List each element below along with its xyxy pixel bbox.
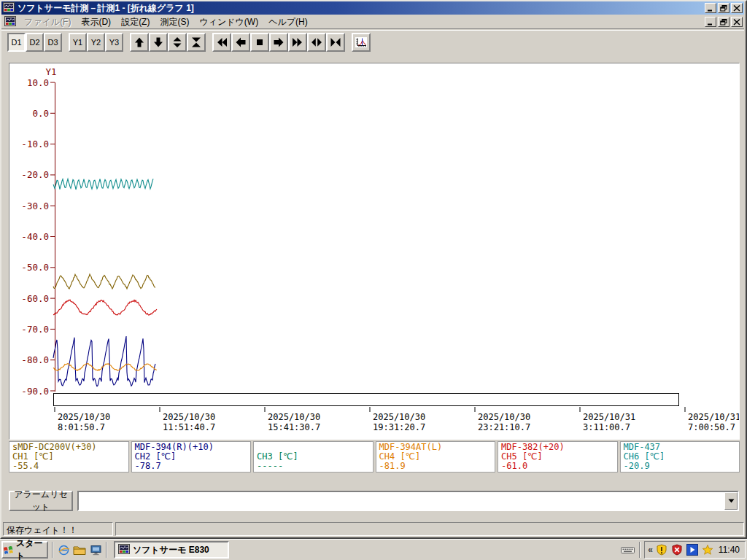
svg-text:7:00:50.7: 7:00:50.7 [688, 422, 735, 432]
menu-item-4[interactable]: ウィンドウ(W) [194, 15, 263, 30]
quick-launch [57, 543, 102, 556]
view-button-D2[interactable]: D2 [26, 33, 44, 52]
system-tray: « 11:40 [644, 541, 746, 559]
svg-text:19:31:20.7: 19:31:20.7 [373, 422, 425, 432]
legend-cell-CH4: MDF-394AT(L)CH4 [℃]-81.9 [376, 441, 496, 472]
folder-icon[interactable] [73, 543, 86, 556]
svg-text:11:51:40.7: 11:51:40.7 [163, 422, 215, 432]
legend-cell-CH3: CH3 [℃]----- [253, 441, 374, 472]
svg-text:2025/10/30: 2025/10/30 [268, 412, 320, 422]
svg-text:-10.0: -10.0 [21, 139, 49, 149]
app-window: ソフトサーモ計測－計測1 - [折れ線グラフ 1] ファイル(F)表示(D)設定… [0, 0, 747, 539]
graph-icon[interactable] [352, 33, 371, 52]
star-icon[interactable] [701, 543, 714, 556]
step-back-icon[interactable] [231, 33, 250, 52]
child-minimize-button[interactable] [705, 17, 716, 27]
window-title: ソフトサーモ計測－計測1 - [折れ線グラフ 1] [18, 2, 194, 15]
axis-button-Y2[interactable]: Y2 [87, 33, 105, 52]
svg-text:-70.0: -70.0 [21, 324, 49, 335]
warning-shield-icon[interactable] [655, 543, 668, 556]
scroll-up-icon[interactable] [130, 33, 149, 52]
svg-text:-50.0: -50.0 [21, 262, 49, 273]
y-axis-title: Y1 [45, 66, 56, 77]
chevron-down-icon [728, 499, 735, 503]
tray-collapse-chevron[interactable]: « [648, 545, 653, 555]
menu-item-2[interactable]: 設定(Z) [116, 15, 155, 30]
svg-text:2025/10/30: 2025/10/30 [478, 412, 530, 422]
time-range-box [54, 394, 679, 406]
window-close-button[interactable] [731, 3, 743, 13]
media-play-icon[interactable] [686, 543, 699, 556]
svg-text:2025/10/30: 2025/10/30 [58, 412, 110, 422]
stop-icon[interactable] [250, 33, 269, 52]
child-window-icon[interactable] [4, 16, 16, 28]
legend-cell-CH1: sMDF-DC200V(+30)CH1 [℃]-55.4 [9, 441, 129, 472]
chart-panel: Y110.00.0-10.0-20.0-30.0-40.0-50.0-60.0-… [9, 63, 740, 440]
window-minimize-button[interactable] [705, 3, 716, 13]
legend-cell-CH5: MDF-382(+20)CH5 [℃]-61.0 [498, 441, 618, 472]
menu-item-1[interactable]: 表示(D) [76, 15, 116, 30]
taskbar: スタート ソフトサーモ E830 « 11:40 [0, 539, 747, 560]
alarm-reset-button[interactable]: アラームリセット [9, 491, 73, 511]
svg-text:0.0: 0.0 [32, 108, 49, 119]
svg-text:-90.0: -90.0 [21, 386, 49, 397]
expand-vertical-icon[interactable] [168, 33, 187, 52]
alarm-combobox[interactable] [77, 491, 739, 511]
taskbar-clock: 11:40 [716, 545, 742, 555]
svg-text:8:01:50.7: 8:01:50.7 [58, 422, 105, 432]
start-button-label: スタート [16, 537, 47, 560]
status-bar: 保存ウェイト！！ [1, 521, 746, 537]
menu-item-0[interactable]: ファイル(F) [19, 15, 76, 30]
taskbar-separator [639, 542, 640, 558]
child-close-button[interactable] [731, 17, 743, 27]
ie-icon[interactable] [57, 543, 70, 556]
menu-item-3[interactable]: 測定(S) [155, 15, 194, 30]
svg-text:-30.0: -30.0 [21, 201, 49, 211]
line-chart: Y110.00.0-10.0-20.0-30.0-40.0-50.0-60.0-… [9, 63, 739, 439]
taskbar-separator [52, 542, 53, 558]
app-icon [3, 2, 15, 15]
fast-forward-icon[interactable] [288, 33, 307, 52]
legend-cell-CH6: MDF-437CH6 [℃]-20.9 [620, 441, 740, 472]
view-button-D3[interactable]: D3 [44, 33, 62, 52]
step-forward-icon[interactable] [269, 33, 288, 52]
view-button-D1[interactable]: D1 [7, 33, 26, 52]
svg-text:2025/10/31: 2025/10/31 [688, 412, 739, 422]
series-CH2 [53, 336, 155, 386]
status-message: 保存ウェイト！！ [3, 522, 113, 536]
series-CH5 [53, 300, 157, 315]
svg-text:-40.0: -40.0 [21, 231, 49, 242]
scroll-down-icon[interactable] [149, 33, 168, 52]
svg-text:3:11:00.7: 3:11:00.7 [583, 422, 630, 432]
menu-item-5[interactable]: ヘルプ(H) [263, 15, 313, 30]
svg-text:23:21:10.7: 23:21:10.7 [478, 422, 530, 432]
app-icon [118, 544, 130, 556]
compress-horizontal-icon[interactable] [326, 33, 345, 52]
combobox-dropdown-button[interactable] [724, 492, 738, 510]
svg-text:15:41:30.7: 15:41:30.7 [268, 422, 320, 432]
task-button-label: ソフトサーモ E830 [133, 544, 209, 556]
axis-button-Y3[interactable]: Y3 [105, 33, 123, 52]
series-CH1 [53, 274, 155, 289]
expand-horizontal-icon[interactable] [307, 33, 326, 52]
child-restore-button[interactable] [718, 17, 729, 27]
axis-button-Y1[interactable]: Y1 [69, 33, 87, 52]
keyboard-icon[interactable] [621, 543, 635, 556]
task-button[interactable]: ソフトサーモ E830 [114, 541, 229, 559]
desktop-icon[interactable] [89, 543, 102, 556]
taskbar-separator [106, 542, 107, 558]
start-button[interactable]: スタート [1, 541, 48, 559]
menu-bar: ファイル(F)表示(D)設定(Z)測定(S)ウィンドウ(W)ヘルプ(H) [1, 15, 744, 29]
legend-cell-CH2: MDF-394(R)(+10)CH2 [℃]-78.7 [131, 441, 252, 472]
svg-text:-60.0: -60.0 [21, 293, 49, 304]
windows-logo-icon [3, 545, 15, 555]
svg-text:2025/10/30: 2025/10/30 [163, 412, 215, 422]
compress-vertical-icon[interactable] [187, 33, 206, 52]
window-restore-button[interactable] [718, 3, 729, 13]
error-shield-icon[interactable] [670, 543, 684, 556]
status-cell-empty [115, 522, 744, 536]
svg-text:2025/10/30: 2025/10/30 [373, 412, 425, 422]
fast-rewind-icon[interactable] [212, 33, 231, 52]
svg-text:2025/10/31: 2025/10/31 [583, 412, 635, 422]
alarm-combobox-value[interactable] [79, 492, 724, 510]
